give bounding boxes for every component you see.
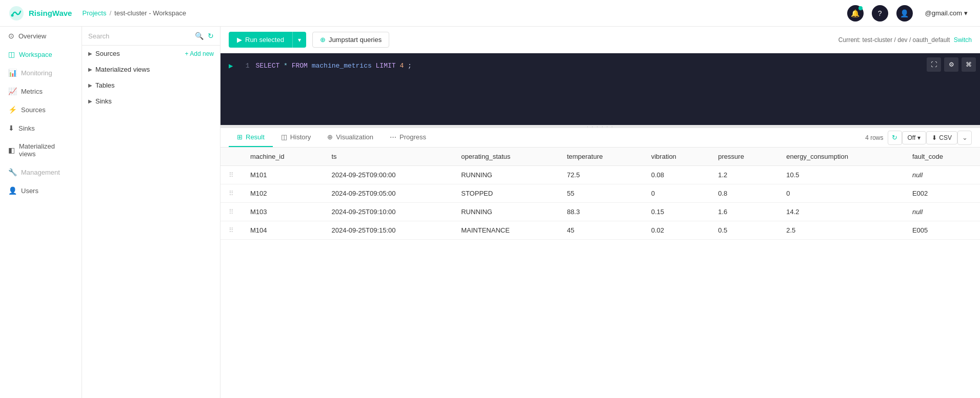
notification-button[interactable]: 🔔	[847, 5, 864, 22]
tab-visualization-label: Visualization	[336, 133, 373, 141]
more-options-button[interactable]: ⌄	[957, 131, 972, 145]
sidebar-item-label-workspace: Workspace	[19, 51, 52, 58]
cell-energy-consumption: 14.2	[778, 203, 904, 221]
results-area: ⊞ Result ◫ History ⊕ Visualization ⋯ Pro…	[221, 128, 980, 398]
current-cluster-info: Current: test-cluster / dev / oauth_defa…	[838, 36, 972, 44]
sidebar-item-label-sources: Sources	[21, 106, 46, 114]
sidebar-item-overview[interactable]: ⊙ Overview	[0, 27, 82, 45]
tab-result[interactable]: ⊞ Result	[229, 128, 273, 147]
user-avatar-button[interactable]: 👤	[896, 5, 913, 22]
table-row: ⠿ M104 2024-09-25T09:15:00 MAINTENANCE 4…	[221, 221, 980, 240]
tree-item-sources[interactable]: ▶ Sources + Add new	[82, 46, 220, 61]
keyword-limit: LIMIT	[376, 62, 396, 70]
tree-item-materialized-views[interactable]: ▶ Materialized views	[82, 61, 220, 77]
cell-vibration: 0.08	[643, 166, 710, 184]
results-table: machine_id ts operating_status temperatu…	[221, 148, 980, 240]
user-menu-chevron-icon: ▾	[964, 9, 968, 17]
run-line-button[interactable]: ▶	[229, 61, 233, 70]
cell-ts: 2024-09-25T09:00:00	[324, 166, 453, 184]
logo-text: RisingWave	[29, 9, 72, 17]
settings-button[interactable]: ⚙	[944, 57, 958, 72]
run-dropdown-button[interactable]: ▾	[292, 32, 306, 48]
line-number: 1	[239, 62, 249, 70]
sidebar-item-users[interactable]: 👤 Users	[0, 181, 82, 200]
table-row: ⠿ M101 2024-09-25T09:00:00 RUNNING 72.5 …	[221, 166, 980, 184]
sidebar-item-label-management: Management	[21, 169, 60, 176]
run-selected-label: Run selected	[245, 36, 284, 44]
breadcrumb-projects[interactable]: Projects	[82, 9, 106, 17]
cell-energy-consumption: 2.5	[778, 221, 904, 240]
chevron-right-icon-2: ▶	[88, 67, 92, 72]
tree-item-sinks[interactable]: ▶ Sinks	[82, 93, 220, 109]
cell-fault-code: null	[904, 166, 980, 184]
sidebar-item-sources[interactable]: ⚡ Sources	[0, 100, 82, 119]
refresh-results-button[interactable]: ↻	[888, 131, 902, 145]
plus-icon: ⊕	[320, 36, 326, 44]
sidebar-item-sinks[interactable]: ⬇ Sinks	[0, 119, 82, 137]
cell-ts: 2024-09-25T09:15:00	[324, 221, 453, 240]
tab-visualization[interactable]: ⊕ Visualization	[319, 128, 382, 147]
tab-progress[interactable]: ⋯ Progress	[382, 128, 434, 147]
jumpstart-label: Jumpstart queries	[329, 36, 382, 44]
sidebar-item-workspace[interactable]: ◫ Workspace	[0, 45, 82, 64]
management-icon: 🔧	[8, 168, 17, 176]
table-row: ⠿ M102 2024-09-25T09:05:00 STOPPED 55 0 …	[221, 184, 980, 203]
tree-item-tables[interactable]: ▶ Tables	[82, 77, 220, 93]
code-content: SELECT * FROM machine_metrics LIMIT 4 ;	[255, 62, 411, 70]
help-button[interactable]: ?	[872, 5, 888, 22]
sidebar-item-label-overview: Overview	[18, 32, 46, 40]
chevron-right-icon-3: ▶	[88, 82, 92, 88]
keyboard-button[interactable]: ⌘	[962, 57, 976, 72]
cell-ts: 2024-09-25T09:05:00	[324, 184, 453, 203]
switch-link[interactable]: Switch	[954, 36, 972, 44]
results-tbody: ⠿ M101 2024-09-25T09:00:00 RUNNING 72.5 …	[221, 166, 980, 240]
breadcrumb-sep: /	[109, 9, 111, 17]
tree-item-label-mat-views: Materialized views	[95, 66, 150, 73]
sidebar-item-metrics[interactable]: 📈 Metrics	[0, 82, 82, 100]
table-name: machine_metrics	[312, 62, 372, 70]
refresh-panel-button[interactable]: ↻	[208, 32, 214, 40]
cell-temperature: 55	[558, 184, 643, 203]
cell-pressure: 0.8	[710, 184, 778, 203]
sidebar-item-materialized-views[interactable]: ◧ Materialized views	[0, 137, 82, 163]
visualization-tab-icon: ⊕	[327, 133, 333, 141]
jumpstart-button[interactable]: ⊕ Jumpstart queries	[312, 32, 389, 48]
run-selected-button[interactable]: ▶ Run selected	[229, 32, 292, 48]
add-new-button[interactable]: + Add new	[185, 50, 214, 57]
risingwave-logo-icon	[8, 5, 25, 22]
drag-handle: ⠿	[221, 184, 242, 203]
sidebar-item-monitoring[interactable]: 📊 Monitoring	[0, 64, 82, 82]
sources-icon: ⚡	[8, 106, 17, 114]
off-button[interactable]: Off ▾	[902, 131, 927, 144]
tab-progress-label: Progress	[399, 133, 426, 141]
cell-pressure: 0.5	[710, 221, 778, 240]
tree-item-label-tables: Tables	[95, 81, 115, 89]
sidebar-item-management[interactable]: 🔧 Management	[0, 163, 82, 181]
top-header: RisingWave Projects / test-cluster - Wor…	[0, 0, 980, 27]
current-label: Current:	[838, 36, 861, 44]
col-header-energy-consumption: energy_consumption	[778, 148, 904, 166]
toolbar: ▶ Run selected ▾ ⊕ Jumpstart queries Cur…	[221, 27, 980, 53]
row-count: 4 rows	[865, 134, 883, 141]
cell-operating-status: MAINTENANCE	[453, 221, 558, 240]
code-editor[interactable]: ▶ 1 SELECT * FROM machine_metrics LIMIT …	[221, 53, 980, 125]
search-input[interactable]	[88, 32, 191, 40]
search-icon[interactable]: 🔍	[195, 32, 204, 40]
run-icon: ▶	[237, 36, 242, 44]
history-tab-icon: ◫	[281, 133, 287, 141]
tab-history[interactable]: ◫ History	[273, 128, 319, 147]
fullscreen-button[interactable]: ⛶	[927, 57, 941, 72]
drag-handle: ⠿	[221, 203, 242, 221]
cell-machine-id: M101	[242, 166, 324, 184]
tab-history-label: History	[290, 133, 311, 141]
tree-item-label-sources: Sources	[95, 50, 120, 57]
user-menu[interactable]: @gmail.com ▾	[921, 7, 972, 19]
cell-pressure: 1.2	[710, 166, 778, 184]
csv-button[interactable]: ⬇ CSV	[926, 131, 957, 144]
monitoring-icon: 📊	[8, 69, 17, 77]
col-header-operating-status: operating_status	[453, 148, 558, 166]
svg-point-1	[11, 14, 14, 16]
results-table-container: machine_id ts operating_status temperatu…	[221, 148, 980, 398]
sidebar-item-label-metrics: Metrics	[21, 88, 43, 95]
keyword-from: FROM	[292, 62, 308, 70]
